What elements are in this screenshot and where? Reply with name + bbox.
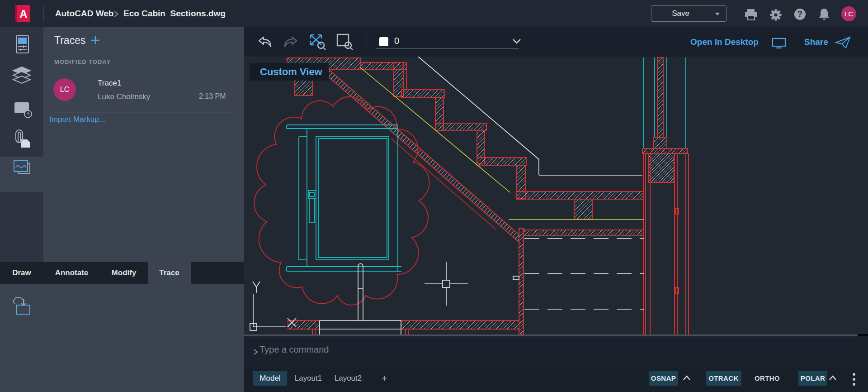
svg-text:A: A	[19, 8, 27, 20]
